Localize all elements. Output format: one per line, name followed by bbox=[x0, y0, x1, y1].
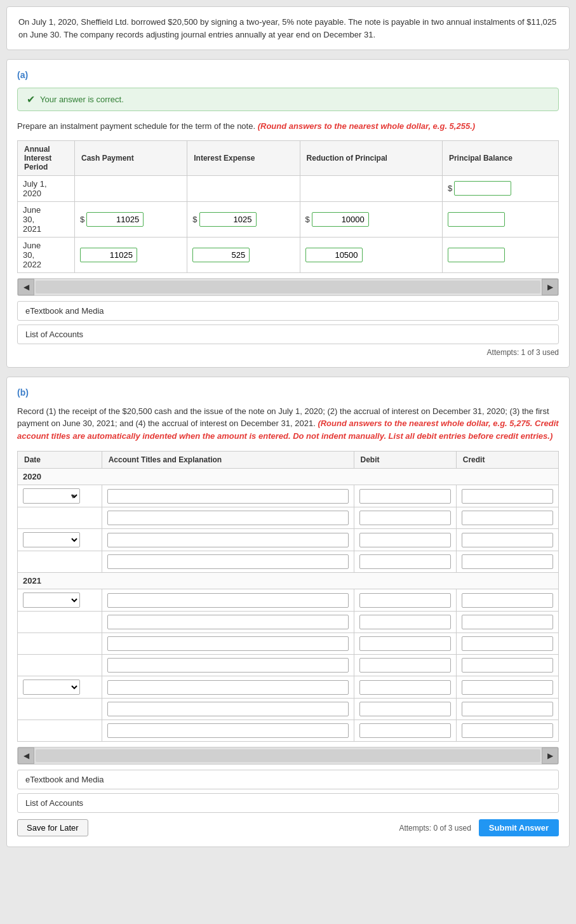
interest-expense-cell bbox=[187, 237, 300, 272]
account-title-input-1[interactable] bbox=[107, 489, 349, 504]
dollar-sign: $ bbox=[192, 215, 197, 224]
credit-input-sub4b[interactable] bbox=[462, 723, 553, 738]
credit-input-sub3a[interactable] bbox=[462, 615, 553, 629]
th-credit: Credit bbox=[456, 452, 558, 469]
principal-cell: $ bbox=[442, 175, 558, 201]
credit-input-sub4a[interactable] bbox=[462, 702, 553, 716]
date-cell-3 bbox=[18, 589, 102, 612]
credit-input-sub3c[interactable] bbox=[462, 658, 553, 673]
list-of-accounts-label-a: List of Accounts bbox=[25, 330, 83, 339]
scroll-left-btn-a[interactable]: ◀ bbox=[18, 279, 34, 295]
debit-input-sub3c[interactable] bbox=[359, 658, 451, 673]
account-title-input-sub3b[interactable] bbox=[107, 636, 349, 651]
scroll-left-btn-b[interactable]: ◀ bbox=[18, 747, 34, 764]
debit-input-sub2a[interactable] bbox=[359, 554, 451, 569]
debit-cell-1 bbox=[354, 485, 456, 507]
debit-cell-sub1a bbox=[354, 507, 456, 529]
debit-input-4[interactable] bbox=[359, 680, 451, 695]
table-row: ▼ bbox=[18, 485, 559, 507]
submit-answer-button[interactable]: Submit Answer bbox=[479, 819, 559, 836]
cash-payment-input-2021[interactable] bbox=[86, 212, 144, 227]
credit-input-sub3b[interactable] bbox=[462, 636, 553, 651]
section-b: (b) Record (1) the receipt of the $20,50… bbox=[6, 377, 570, 848]
interest-expense-cell bbox=[187, 175, 300, 201]
save-label: Save for Later bbox=[27, 823, 79, 833]
credit-input-4[interactable] bbox=[462, 680, 553, 695]
account-title-input-4[interactable] bbox=[107, 680, 349, 695]
date-cell-sub3b bbox=[18, 633, 102, 655]
list-of-accounts-link-b[interactable]: List of Accounts bbox=[17, 793, 559, 813]
debit-input-3[interactable] bbox=[359, 593, 451, 608]
account-title-input-sub4a[interactable] bbox=[107, 702, 349, 716]
account-title-input-sub3a[interactable] bbox=[107, 615, 349, 629]
attempts-label-a: Attempts: 1 of 3 used bbox=[487, 348, 559, 357]
date-select-1[interactable] bbox=[23, 488, 80, 504]
dollar-sign: $ bbox=[80, 215, 84, 224]
reduction-cell: $ bbox=[300, 201, 442, 237]
cash-payment-cell bbox=[75, 237, 187, 272]
debit-input-1[interactable] bbox=[359, 489, 451, 504]
credit-input-2[interactable] bbox=[462, 533, 553, 547]
credit-cell-3 bbox=[456, 589, 558, 612]
etextbook-link-a[interactable]: eTextbook and Media bbox=[17, 301, 559, 321]
save-for-later-button[interactable]: Save for Later bbox=[17, 819, 88, 836]
table-row bbox=[18, 633, 559, 655]
reduction-input-2022[interactable] bbox=[305, 248, 363, 262]
period-cell: June30,2022 bbox=[18, 237, 75, 272]
credit-input-sub1a[interactable] bbox=[462, 511, 553, 525]
account-title-input-3[interactable] bbox=[107, 593, 349, 608]
principal-input-1[interactable] bbox=[454, 181, 511, 196]
debit-input-sub3b[interactable] bbox=[359, 636, 451, 651]
success-banner: ✔ Your answer is correct. bbox=[17, 88, 559, 111]
th-debit: Debit bbox=[354, 452, 456, 469]
account-title-input-sub4b[interactable] bbox=[107, 723, 349, 738]
cash-payment-input-2022[interactable] bbox=[80, 248, 137, 262]
etextbook-link-b[interactable]: eTextbook and Media bbox=[17, 770, 559, 789]
credit-input-3[interactable] bbox=[462, 593, 553, 608]
debit-cell-2 bbox=[354, 529, 456, 551]
journal-table: Date Account Titles and Explanation Debi… bbox=[17, 451, 559, 742]
year-label-2020: 2020 bbox=[18, 469, 559, 485]
account-title-cell-sub2a bbox=[102, 551, 354, 573]
interest-expense-input-2022[interactable] bbox=[192, 248, 250, 262]
date-select-4[interactable] bbox=[23, 680, 80, 695]
th-interest-expense: Interest Expense bbox=[187, 140, 300, 175]
reduction-input-2021[interactable] bbox=[312, 212, 369, 227]
period-cell: June30,2021 bbox=[18, 201, 75, 237]
account-title-input-sub2a[interactable] bbox=[107, 554, 349, 569]
date-select-3[interactable] bbox=[23, 593, 80, 608]
account-title-input-2[interactable] bbox=[107, 533, 349, 547]
account-title-cell-2 bbox=[102, 529, 354, 551]
debit-input-2[interactable] bbox=[359, 533, 451, 547]
scroll-right-btn-a[interactable]: ▶ bbox=[542, 279, 558, 295]
scroll-right-btn-b[interactable]: ▶ bbox=[542, 747, 558, 764]
section-b-label: (b) bbox=[17, 387, 559, 398]
list-of-accounts-link-a[interactable]: List of Accounts bbox=[17, 325, 559, 344]
checkmark-icon: ✔ bbox=[27, 93, 35, 105]
table-row: June30,2022 bbox=[18, 237, 559, 272]
debit-input-sub3a[interactable] bbox=[359, 615, 451, 629]
table-row bbox=[18, 676, 559, 699]
account-title-input-sub3c[interactable] bbox=[107, 658, 349, 673]
debit-input-sub4a[interactable] bbox=[359, 702, 451, 716]
th-cash-payment: Cash Payment bbox=[75, 140, 187, 175]
account-title-input-sub1a[interactable] bbox=[107, 511, 349, 525]
credit-input-sub2a[interactable] bbox=[462, 554, 553, 569]
th-account-titles: Account Titles and Explanation bbox=[102, 452, 354, 469]
scroll-bar-b[interactable]: ◀ ▶ bbox=[17, 747, 559, 765]
interest-expense-input-2021[interactable] bbox=[199, 212, 257, 227]
table-row bbox=[18, 655, 559, 676]
date-select-2[interactable] bbox=[23, 532, 80, 547]
principal-input-2021[interactable] bbox=[448, 212, 505, 227]
reduction-cell bbox=[300, 237, 442, 272]
debit-input-sub1a[interactable] bbox=[359, 511, 451, 525]
instruction-normal: Prepare an instalment payment schedule f… bbox=[17, 121, 255, 131]
problem-statement: On July 1, 2020, Sheffield Ltd. borrowed… bbox=[6, 6, 570, 50]
scroll-bar-a[interactable]: ◀ ▶ bbox=[17, 278, 559, 296]
credit-cell-sub1a bbox=[456, 507, 558, 529]
credit-input-1[interactable] bbox=[462, 489, 553, 504]
table-row bbox=[18, 720, 559, 742]
attempts-a: Attempts: 1 of 3 used bbox=[17, 348, 559, 357]
principal-input-2022[interactable] bbox=[448, 248, 505, 262]
debit-input-sub4b[interactable] bbox=[359, 723, 451, 738]
